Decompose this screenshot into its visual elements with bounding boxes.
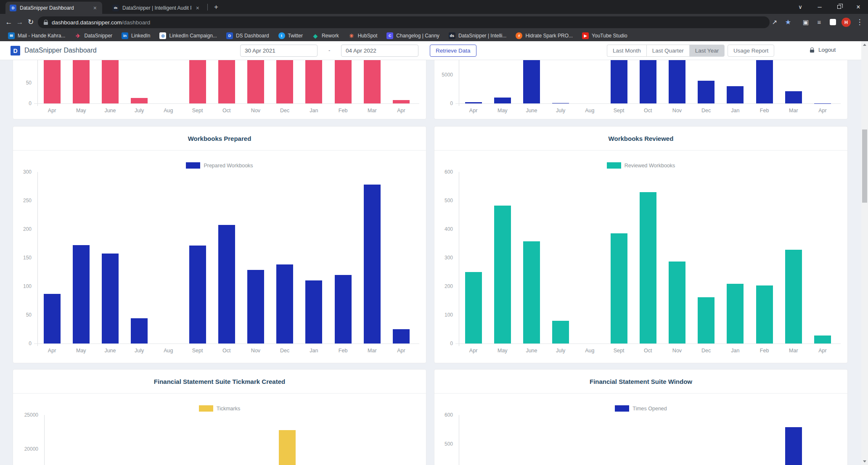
- bookmark-label: DataSnipper: [84, 33, 112, 39]
- y-axis: [37, 172, 38, 346]
- x-axis: [455, 343, 841, 344]
- date-to-input[interactable]: [341, 45, 418, 57]
- page-scrollbar[interactable]: [861, 41, 868, 465]
- bar-oct-6: [640, 58, 656, 103]
- bar-apr-12: [814, 336, 831, 343]
- back-icon[interactable]: ←: [3, 17, 14, 28]
- share-icon[interactable]: ↗: [769, 16, 781, 28]
- bar-sept-5: [611, 58, 627, 103]
- chart-card-suite-window: Financial Statement Suite Window Times O…: [434, 369, 848, 465]
- y-tick-label: 500: [434, 198, 453, 203]
- range-button-last-year[interactable]: Last Year: [689, 45, 725, 57]
- bookmark-label: Mail - Hande Kahra...: [18, 33, 65, 39]
- bookmark-label: Hidrate Spark PRO...: [525, 33, 573, 39]
- https-lock-icon[interactable]: [44, 22, 48, 25]
- playlist-extension-icon[interactable]: ≡: [813, 16, 825, 28]
- extensions-icon[interactable]: ▣: [800, 16, 812, 28]
- bookmark-item[interactable]: DDS Dashboard: [222, 31, 273, 40]
- range-button-last-month[interactable]: Last Month: [607, 45, 646, 57]
- close-window-button[interactable]: ×: [849, 0, 868, 14]
- x-tick-label: Mar: [779, 348, 808, 354]
- profile-avatar[interactable]: H: [840, 16, 852, 28]
- minimize-button[interactable]: ─: [810, 0, 829, 14]
- y-axis: [44, 415, 45, 465]
- browser-tab-strip: D DataSnipper Dashboard × ds DataSnipper…: [0, 0, 868, 14]
- tab-title: DataSnipper Dashboard: [20, 5, 89, 11]
- range-button-last-quarter[interactable]: Last Quarter: [646, 45, 689, 57]
- logout-area: Logout: [810, 47, 836, 53]
- address-bar[interactable]: dashboard.datasnipper.com/dashboard: [38, 16, 770, 28]
- bookmark-label: LinkedIn: [131, 33, 150, 39]
- bar-feb-10: [335, 275, 352, 343]
- tab-close-icon[interactable]: ×: [92, 5, 98, 11]
- bar-nov-7: [669, 262, 685, 343]
- bar-jan-9: [727, 284, 744, 343]
- bar-apr-0: [465, 272, 482, 343]
- x-tick-label: Aug: [154, 108, 183, 114]
- bar-oct-6: [640, 192, 656, 343]
- scrollbar-thumb[interactable]: [862, 129, 867, 203]
- bar-may-1: [494, 206, 511, 343]
- x-tick-label: June: [95, 348, 124, 354]
- divider: [13, 150, 426, 151]
- x-tick-label: Mar: [357, 348, 386, 354]
- chart-title: Financial Statement Suite Window: [434, 378, 847, 385]
- bookmark-star-icon[interactable]: ★: [782, 16, 794, 28]
- chart-card-workbooks-reviewed: Workbooks Reviewed Reviewed Workbooks 01…: [434, 126, 848, 363]
- restore-button[interactable]: [829, 0, 849, 14]
- divider: [434, 393, 847, 394]
- bookmark-item[interactable]: dsDataSnipper | Intelli...: [445, 31, 511, 40]
- bookmark-item[interactable]: ✳HubSpot: [344, 31, 381, 40]
- x-tick-label: Apr: [459, 108, 488, 114]
- tab-datasnipper-dashboard[interactable]: D DataSnipper Dashboard ×: [5, 2, 102, 14]
- toolbar-actions: ↗ ★ ▣ ≡ H ⋮: [769, 14, 865, 30]
- chart-card-workbooks-prepared: Workbooks Prepared Prepared Workbooks 05…: [13, 126, 426, 363]
- x-tick-label: July: [546, 348, 575, 354]
- bookmark-item[interactable]: ✈DataSnipper: [71, 31, 116, 40]
- x-tick-label: Apr: [386, 108, 415, 114]
- x-tick-label: Dec: [270, 348, 299, 354]
- y-tick-label: 100: [13, 283, 32, 289]
- reload-icon[interactable]: ↻: [25, 17, 36, 28]
- chart-legend: Tickmarks: [13, 405, 426, 412]
- usage-report-button[interactable]: Usage Report: [728, 45, 774, 57]
- sidebar-extension-icon[interactable]: [827, 16, 839, 28]
- retrieve-data-button[interactable]: Retrieve Data: [430, 45, 476, 57]
- bookmark-item[interactable]: tTwitter: [275, 31, 307, 40]
- bookmark-item[interactable]: ◎LinkedIn Campaign...: [156, 31, 220, 40]
- browser-menu-kebab-icon[interactable]: ⋮: [854, 16, 865, 28]
- logout-button[interactable]: Logout: [818, 47, 836, 53]
- y-tick-label: 0: [434, 341, 453, 346]
- bookmark-item[interactable]: #Hidrate Spark PRO...: [512, 31, 577, 40]
- scroll-down-icon[interactable]: [863, 460, 866, 462]
- bookmark-item[interactable]: CChangelog | Canny: [383, 31, 443, 40]
- bookmark-item[interactable]: ◆Rework: [308, 31, 343, 40]
- bar-feb-10: [756, 58, 773, 103]
- datasnipper-site-icon: ds: [449, 32, 455, 39]
- tab-datasnipper-site[interactable]: ds DataSnipper | Intelligent Audit Pl ×: [108, 2, 205, 14]
- bookmark-item[interactable]: ▶YouTube Studio: [578, 31, 631, 40]
- bar-mar-11: [785, 427, 802, 465]
- y-tick-label: 50: [13, 312, 32, 318]
- x-tick-label: Feb: [750, 348, 779, 354]
- bookmark-item[interactable]: inLinkedIn: [118, 31, 154, 40]
- tab-search-chevron-icon[interactable]: ∨: [791, 0, 810, 14]
- browser-toolbar: ← → ↻ dashboard.datasnipper.com/dashboar…: [0, 14, 868, 30]
- bar-mar-11: [785, 250, 802, 343]
- bookmarks-bar: ✉Mail - Hande Kahra...✈DataSnipperinLink…: [0, 30, 868, 41]
- tab-title: DataSnipper | Intelligent Audit Pl: [122, 5, 191, 11]
- date-from-input[interactable]: [240, 45, 318, 57]
- x-tick-label: Aug: [575, 348, 604, 354]
- bookmark-item[interactable]: ✉Mail - Hande Kahra...: [4, 31, 69, 40]
- rework-icon: ◆: [312, 32, 319, 39]
- bar-apr-12: [393, 100, 410, 103]
- forward-icon[interactable]: →: [14, 17, 25, 28]
- x-tick-label: June: [95, 108, 124, 114]
- bar-oct-6: [218, 225, 235, 343]
- new-tab-button[interactable]: +: [211, 2, 221, 12]
- y-tick-label: 400: [434, 226, 453, 232]
- bookmark-label: LinkedIn Campaign...: [169, 33, 217, 39]
- tab-close-icon[interactable]: ×: [195, 5, 201, 11]
- y-tick-label: 500: [434, 441, 453, 447]
- scroll-up-icon[interactable]: [863, 44, 866, 46]
